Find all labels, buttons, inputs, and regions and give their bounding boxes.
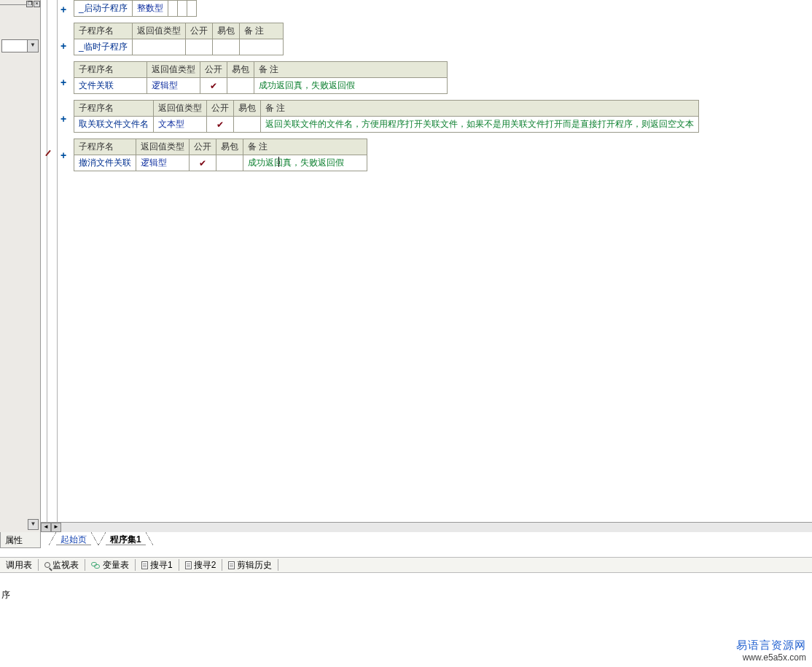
watermark: 易语言资源网 www.e5a5x.com xyxy=(736,639,806,663)
pkg-cell[interactable] xyxy=(216,155,243,171)
tab-program-set-1[interactable]: 程序集1 xyxy=(106,532,146,545)
expand-icon[interactable]: + xyxy=(58,114,69,124)
return-type[interactable] xyxy=(132,39,185,55)
panel-restore-icon[interactable]: ❐ xyxy=(26,1,33,7)
col-pub: 公开 xyxy=(185,23,212,39)
col-name: 子程序名 xyxy=(74,62,147,78)
code-editor: +++++ _启动子程序整数型子程序名返回值类型公开易包备 注_临时子程序子程序… xyxy=(41,0,812,532)
subroutine-table: 子程序名返回值类型公开易包备 注取关联文件文件名文本型✔返回关联文件的文件名，方… xyxy=(74,100,699,133)
watermark-url: www.e5a5x.com xyxy=(736,652,806,663)
public-cell[interactable]: ✔ xyxy=(207,117,234,133)
col-name: 子程序名 xyxy=(74,101,154,117)
gutter: +++++ xyxy=(41,0,57,532)
col-pub: 公开 xyxy=(200,62,227,78)
tab-start-page[interactable]: 起始页 xyxy=(56,532,91,545)
col-remark: 备 注 xyxy=(254,62,448,78)
link-icon xyxy=(91,561,101,570)
expand-icon[interactable]: + xyxy=(58,150,69,160)
col-pub: 公开 xyxy=(207,101,234,117)
subroutine-table: 子程序名返回值类型公开易包备 注文件关联逻辑型✔成功返回真，失败返回假 xyxy=(74,61,448,94)
panel-dropdown[interactable]: ▼ xyxy=(1,39,39,52)
col-pkg: 易包 xyxy=(227,62,254,78)
expand-icon[interactable]: + xyxy=(58,77,69,87)
col-remark: 备 注 xyxy=(243,139,367,155)
col-ret: 返回值类型 xyxy=(147,62,200,78)
pkg-cell[interactable] xyxy=(234,117,261,133)
subroutine-table: _启动子程序整数型 xyxy=(74,0,197,17)
remark-cell[interactable] xyxy=(187,1,196,17)
sub-name[interactable]: _临时子程序 xyxy=(74,39,133,55)
col-pkg: 易包 xyxy=(212,23,239,39)
col-ret: 返回值类型 xyxy=(132,23,185,39)
col-remark: 备 注 xyxy=(261,101,699,117)
return-type[interactable]: 逻辑型 xyxy=(136,155,190,171)
scroll-right-icon[interactable]: ► xyxy=(51,523,61,532)
edit-marker-icon xyxy=(44,149,54,159)
col-name: 子程序名 xyxy=(74,139,136,155)
col-remark: 备 注 xyxy=(239,23,283,39)
text-cursor xyxy=(278,157,279,167)
col-pub: 公开 xyxy=(190,139,216,155)
expand-icon[interactable]: + xyxy=(58,4,69,15)
remark-cell[interactable]: 返回关联文件的文件名，方便用程序打开关联文件，如果不是用关联文件打开而是直接打开… xyxy=(261,117,699,133)
bottom-toolbar: 调用表 监视表 变量表 搜寻1 搜寻2 剪辑历史 xyxy=(0,557,812,573)
sheet-tabs: 起始页 程序集1 xyxy=(49,532,153,548)
col-ret: 返回值类型 xyxy=(154,101,207,117)
remark-cell[interactable]: 成功返回真，失败返回假 xyxy=(254,78,448,94)
tool-variable-table[interactable]: 变量表 xyxy=(88,559,132,572)
expand-icon[interactable]: + xyxy=(58,41,69,51)
sub-name[interactable]: 文件关联 xyxy=(74,78,147,94)
status-text: 序 xyxy=(1,590,10,600)
watermark-title: 易语言资源网 xyxy=(736,639,806,652)
public-cell[interactable]: ✔ xyxy=(200,78,227,94)
tool-call-table[interactable]: 调用表 xyxy=(3,559,35,572)
doc-search-icon xyxy=(141,561,148,569)
panel-scroll-down[interactable]: ▼ xyxy=(28,519,39,530)
public-cell[interactable]: ✔ xyxy=(190,155,216,171)
panel-window-controls: ❐ × xyxy=(26,1,40,7)
remark-cell[interactable]: 成功返回真，失败返回假 xyxy=(243,155,367,171)
tool-watch-table[interactable]: 监视表 xyxy=(42,559,82,572)
gutter-line xyxy=(57,0,58,532)
col-ret: 返回值类型 xyxy=(136,139,190,155)
tool-clip-history[interactable]: 剪辑历史 xyxy=(225,559,275,572)
sub-name[interactable]: _启动子程序 xyxy=(74,1,133,17)
subroutine-table: 子程序名返回值类型公开易包备 注撤消文件关联逻辑型✔成功返回真，失败返回假 xyxy=(74,139,367,171)
scroll-left-icon[interactable]: ◄ xyxy=(41,523,51,532)
pkg-cell[interactable] xyxy=(177,1,187,17)
panel-close-icon[interactable]: × xyxy=(34,1,40,7)
col-name: 子程序名 xyxy=(74,23,133,39)
subroutine-table: 子程序名返回值类型公开易包备 注_临时子程序 xyxy=(74,23,284,55)
doc-search-icon xyxy=(185,561,192,569)
public-cell[interactable] xyxy=(168,1,177,17)
horizontal-scrollbar[interactable]: ◄ ► xyxy=(41,522,812,532)
clipboard-icon xyxy=(228,561,235,569)
tool-search-1[interactable]: 搜寻1 xyxy=(138,559,176,572)
return-type[interactable]: 逻辑型 xyxy=(147,78,200,94)
return-type[interactable]: 文本型 xyxy=(154,117,207,133)
sub-name[interactable]: 取关联文件文件名 xyxy=(74,117,154,133)
magnifier-icon xyxy=(44,562,50,568)
chevron-down-icon[interactable]: ▼ xyxy=(27,40,38,52)
col-pkg: 易包 xyxy=(234,101,261,117)
panel-divider xyxy=(0,4,29,5)
return-type[interactable]: 整数型 xyxy=(132,1,168,17)
col-pkg: 易包 xyxy=(216,139,243,155)
sub-name[interactable]: 撤消文件关联 xyxy=(74,155,136,171)
public-cell[interactable] xyxy=(185,39,212,55)
remark-cell[interactable] xyxy=(239,39,283,55)
properties-tab[interactable]: 属性 xyxy=(0,532,41,548)
pkg-cell[interactable] xyxy=(227,78,254,94)
left-panel: ❐ × ▼ ▼ xyxy=(0,0,41,532)
subroutine-tables: _启动子程序整数型子程序名返回值类型公开易包备 注_临时子程序子程序名返回值类型… xyxy=(74,0,812,177)
pkg-cell[interactable] xyxy=(212,39,239,55)
status-area: 序 xyxy=(0,574,812,662)
tool-search-2[interactable]: 搜寻2 xyxy=(182,559,219,572)
